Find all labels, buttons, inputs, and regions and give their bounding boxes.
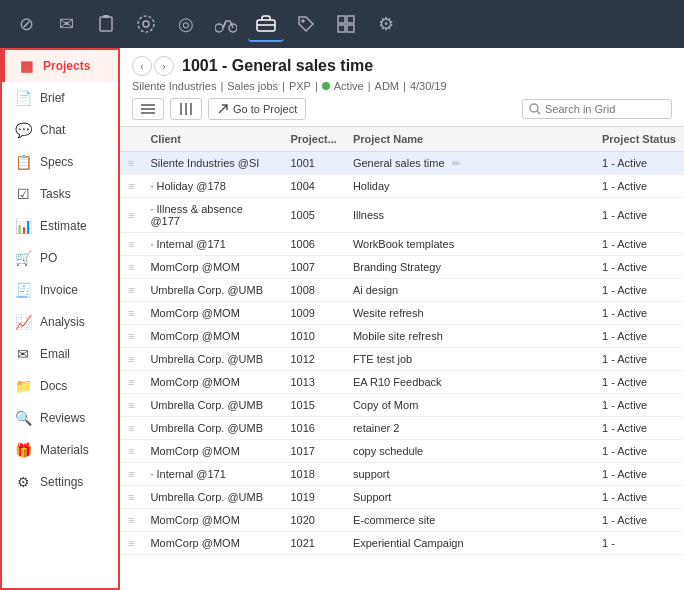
docs-icon: 📁 bbox=[14, 378, 32, 394]
sidebar-item-reviews[interactable]: 🔍 Reviews bbox=[2, 402, 118, 434]
drag-handle: ≡ bbox=[120, 198, 142, 233]
search-box[interactable] bbox=[522, 99, 672, 119]
project-num-cell: 1013 bbox=[282, 371, 344, 394]
table-row[interactable]: ≡ Umbrella Corp. @UMB 1019 Support 1 - A… bbox=[120, 486, 684, 509]
col-client-header[interactable]: Client bbox=[142, 127, 282, 152]
client-cell: Umbrella Corp. @UMB bbox=[142, 417, 282, 440]
sidebar-item-materials[interactable]: 🎁 Materials bbox=[2, 434, 118, 466]
client-cell: Umbrella Corp. @UMB bbox=[142, 394, 282, 417]
sidebar-item-chat[interactable]: 💬 Chat bbox=[2, 114, 118, 146]
project-num-cell: 1001 bbox=[282, 152, 344, 175]
hamburger-menu-button[interactable] bbox=[132, 98, 164, 120]
table-row[interactable]: ≡ Umbrella Corp. @UMB 1008 Ai design 1 -… bbox=[120, 279, 684, 302]
gear-settings-icon[interactable]: ⚙ bbox=[368, 6, 404, 42]
table-row[interactable]: ≡ Umbrella Corp. @UMB 1015 Copy of Mom 1… bbox=[120, 394, 684, 417]
mail-icon[interactable]: ✉ bbox=[48, 6, 84, 42]
table-row[interactable]: ≡ · Illness & absence @177 1005 Illness … bbox=[120, 198, 684, 233]
page-meta: Silente Industries | Sales jobs | PXP | … bbox=[132, 80, 672, 92]
project-num-cell: 1009 bbox=[282, 302, 344, 325]
table-row[interactable]: ≡ MomCorp @MOM 1010 Mobile site refresh … bbox=[120, 325, 684, 348]
sidebar-item-po[interactable]: 🛒 PO bbox=[2, 242, 118, 274]
table-row[interactable]: ≡ MomCorp @MOM 1021 Experiential Campaig… bbox=[120, 532, 684, 555]
status-cell: 1 - Active bbox=[594, 256, 684, 279]
sidebar-item-docs[interactable]: 📁 Docs bbox=[2, 370, 118, 402]
sidebar-item-label: Docs bbox=[40, 379, 67, 393]
bike-icon[interactable] bbox=[208, 6, 244, 42]
brief-icon: 📄 bbox=[14, 90, 32, 106]
project-num-cell: 1004 bbox=[282, 175, 344, 198]
sidebar-item-analysis[interactable]: 📈 Analysis bbox=[2, 306, 118, 338]
project-name-cell: Branding Strategy bbox=[345, 256, 594, 279]
sidebar-item-invoice[interactable]: 🧾 Invoice bbox=[2, 274, 118, 306]
back-arrow[interactable]: ‹ bbox=[132, 56, 152, 76]
search-input[interactable] bbox=[545, 103, 665, 115]
tag-icon[interactable] bbox=[288, 6, 324, 42]
settings-wheel-icon[interactable] bbox=[128, 6, 164, 42]
table-row[interactable]: ≡ MomCorp @MOM 1017 copy schedule 1 - Ac… bbox=[120, 440, 684, 463]
client-cell: MomCorp @MOM bbox=[142, 440, 282, 463]
status-cell: 1 - Active bbox=[594, 440, 684, 463]
tasks-icon: ☑ bbox=[14, 186, 32, 202]
drag-handle: ≡ bbox=[120, 463, 142, 486]
table-row[interactable]: ≡ MomCorp @MOM 1007 Branding Strategy 1 … bbox=[120, 256, 684, 279]
sidebar-item-label: Projects bbox=[43, 59, 90, 73]
status-cell: 1 - Active bbox=[594, 302, 684, 325]
project-name-cell: retainer 2 bbox=[345, 417, 594, 440]
invoice-icon: 🧾 bbox=[14, 282, 32, 298]
sidebar-item-label: Materials bbox=[40, 443, 89, 457]
drag-handle: ≡ bbox=[120, 152, 142, 175]
client-cell: MomCorp @MOM bbox=[142, 509, 282, 532]
project-name-cell: Wesite refresh bbox=[345, 302, 594, 325]
chat-icon: 💬 bbox=[14, 122, 32, 138]
table-row[interactable]: ≡ MomCorp @MOM 1009 Wesite refresh 1 - A… bbox=[120, 302, 684, 325]
table-row[interactable]: ≡ Umbrella Corp. @UMB 1012 FTE test job … bbox=[120, 348, 684, 371]
target-icon[interactable]: ◎ bbox=[168, 6, 204, 42]
sidebar-item-label: Brief bbox=[40, 91, 65, 105]
status-cell: 1 - Active bbox=[594, 463, 684, 486]
sidebar-item-estimate[interactable]: 📊 Estimate bbox=[2, 210, 118, 242]
forward-arrow[interactable]: › bbox=[154, 56, 174, 76]
project-num-cell: 1010 bbox=[282, 325, 344, 348]
go-to-project-button[interactable]: Go to Project bbox=[208, 98, 306, 120]
clipboard-icon[interactable] bbox=[88, 6, 124, 42]
table-row[interactable]: ≡ · Internal @171 1006 WorkBook template… bbox=[120, 233, 684, 256]
table-row[interactable]: ≡ MomCorp @MOM 1013 EA R10 Feedback 1 - … bbox=[120, 371, 684, 394]
go-to-project-label: Go to Project bbox=[233, 103, 297, 115]
client-cell: Silente Industries @SI bbox=[142, 152, 282, 175]
status-cell: 1 - Active bbox=[594, 325, 684, 348]
job-type: Sales jobs bbox=[227, 80, 278, 92]
sidebar-item-brief[interactable]: 📄 Brief bbox=[2, 82, 118, 114]
edit-icon[interactable]: ✏ bbox=[452, 158, 460, 169]
sidebar-item-settings[interactable]: ⚙ Settings bbox=[2, 466, 118, 498]
col-status-header[interactable]: Project Status bbox=[594, 127, 684, 152]
sidebar-item-projects[interactable]: ▦ Projects bbox=[2, 50, 118, 82]
table-row[interactable]: ≡ Umbrella Corp. @UMB 1016 retainer 2 1 … bbox=[120, 417, 684, 440]
project-name-cell: Illness bbox=[345, 198, 594, 233]
status-cell: 1 - Active bbox=[594, 152, 684, 175]
table-row[interactable]: ≡ · Holiday @178 1004 Holiday 1 - Active bbox=[120, 175, 684, 198]
col-name-header[interactable]: Project Name bbox=[345, 127, 594, 152]
project-name-cell: WorkBook templates bbox=[345, 233, 594, 256]
columns-button[interactable] bbox=[170, 98, 202, 120]
reviews-icon: 🔍 bbox=[14, 410, 32, 426]
table-row[interactable]: ≡ · Internal @171 1018 support 1 - Activ… bbox=[120, 463, 684, 486]
client-cell: Umbrella Corp. @UMB bbox=[142, 486, 282, 509]
sidebar-item-tasks[interactable]: ☑ Tasks bbox=[2, 178, 118, 210]
circle-cross-icon[interactable]: ⊘ bbox=[8, 6, 44, 42]
project-num-cell: 1018 bbox=[282, 463, 344, 486]
email-icon: ✉ bbox=[14, 346, 32, 362]
sidebar-item-label: Analysis bbox=[40, 315, 85, 329]
client-name: Silente Industries bbox=[132, 80, 216, 92]
status-cell: 1 - bbox=[594, 532, 684, 555]
drag-handle: ≡ bbox=[120, 348, 142, 371]
briefcase-icon[interactable] bbox=[248, 6, 284, 42]
status-cell: 1 - Active bbox=[594, 509, 684, 532]
grid-table-icon[interactable] bbox=[328, 6, 364, 42]
sidebar-item-email[interactable]: ✉ Email bbox=[2, 338, 118, 370]
table-row[interactable]: ≡ Silente Industries @SI 1001 General sa… bbox=[120, 152, 684, 175]
sidebar-item-specs[interactable]: 📋 Specs bbox=[2, 146, 118, 178]
client-cell: · Holiday @178 bbox=[142, 175, 282, 198]
col-project-header[interactable]: Project... bbox=[282, 127, 344, 152]
table-row[interactable]: ≡ MomCorp @MOM 1020 E-commerce site 1 - … bbox=[120, 509, 684, 532]
content-area: ‹ › 1001 - General sales time Silente In… bbox=[120, 48, 684, 590]
